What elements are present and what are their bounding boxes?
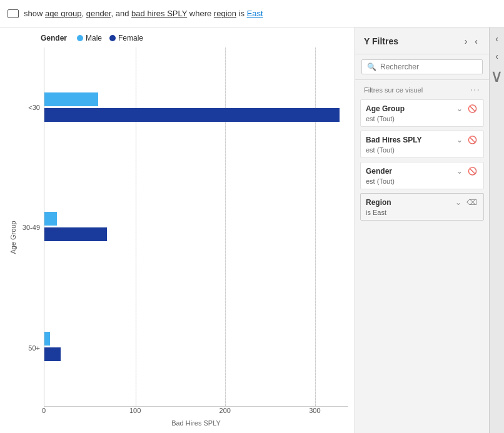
x-tick-labels: 0 100 200 300 <box>44 407 348 418</box>
filter-clear-gender[interactable]: 🚫 <box>466 166 478 176</box>
region-link[interactable]: region <box>214 9 236 18</box>
filters-nav: › ‹ <box>462 35 480 47</box>
filter-actions-gender: ⌄ 🚫 <box>455 166 478 176</box>
bar-female-3049 <box>44 227 107 241</box>
filters-panel: Y Filtres › ‹ 🔍 Filtres sur ce visuel ··… <box>355 27 489 433</box>
suffix-text: is <box>236 9 247 18</box>
filter-card-header-bad-hires: Bad Hires SPLY ⌄ 🚫 <box>366 135 478 145</box>
filters-header: Y Filtres › ‹ <box>355 27 489 54</box>
bar-male-3049 <box>44 212 57 226</box>
age-group-link[interactable]: age group <box>45 9 82 18</box>
chart-plot: 0 100 200 300 Bad Hires SPLY <box>44 47 348 427</box>
filter-sub-gender: est (Tout) <box>366 177 478 185</box>
bars-area <box>44 47 348 407</box>
sep2: , and <box>111 9 132 18</box>
legend-title: Gender <box>41 34 67 42</box>
filters-nav-forward[interactable]: › <box>462 35 470 47</box>
sidebar-v-icon: ∨ <box>490 67 503 85</box>
highlight-text: East <box>247 9 263 18</box>
speech-bubble-icon <box>8 9 19 18</box>
legend-item-male: Male <box>77 34 102 42</box>
top-bar-text: show age group, gender, and bad hires SP… <box>24 9 263 18</box>
filter-actions-region: ⌄ ⌫ <box>454 197 478 207</box>
sidebar-collapse-btn[interactable]: ‹ <box>491 32 503 45</box>
y-axis-label: Age Group <box>9 221 17 254</box>
bar-row-female-3049 <box>44 227 348 241</box>
filter-name-age-group: Age Group <box>366 104 405 113</box>
filter-card-age-group[interactable]: Age Group ⌄ 🚫 est (Tout) <box>360 99 484 127</box>
filter-card-header-region: Region ⌄ ⌫ <box>366 197 478 207</box>
filter-card-gender[interactable]: Gender ⌄ 🚫 est (Tout) <box>360 162 484 189</box>
x-tick-2: 200 <box>219 407 231 414</box>
y-axis-label-container: Age Group <box>6 47 20 427</box>
filter-name-gender: Gender <box>366 167 392 176</box>
filter-name-bad-hires: Bad Hires SPLY <box>366 136 422 144</box>
bar-groups <box>44 47 348 406</box>
chart-with-axes: Age Group <30 30-49 50+ <box>6 47 348 427</box>
filter-card-header-age-group: Age Group ⌄ 🚫 <box>366 104 478 114</box>
bar-male-under30 <box>44 92 98 106</box>
bar-group-3049 <box>44 167 348 286</box>
middle-text: where <box>187 9 214 18</box>
filter-name-region: Region <box>366 198 391 207</box>
x-tick-0: 0 <box>42 407 46 414</box>
male-label: Male <box>86 34 102 42</box>
search-box[interactable]: 🔍 <box>361 59 483 74</box>
filter-card-header-gender: Gender ⌄ 🚫 <box>366 166 478 176</box>
bar-row-female-50plus <box>44 347 348 361</box>
legend: Gender Male Female <box>6 34 348 42</box>
prefix-text: show <box>24 9 43 18</box>
filter-clear-region[interactable]: ⌫ <box>465 197 478 207</box>
search-input[interactable] <box>380 62 477 71</box>
right-sidebar: ‹ ‹ ∨ <box>489 27 504 433</box>
filter-actions-age-group: ⌄ 🚫 <box>455 104 478 114</box>
y-tick-0: <30 <box>28 104 40 111</box>
filter-clear-age-group[interactable]: 🚫 <box>466 104 478 114</box>
bar-male-50plus <box>44 332 50 346</box>
male-dot <box>77 35 83 41</box>
section-dots: ··· <box>470 85 480 95</box>
bar-group-50plus <box>44 287 348 406</box>
y-tick-1: 30-49 <box>23 224 40 231</box>
filter-sub-region: is East <box>366 209 478 216</box>
filters-search: 🔍 <box>355 54 489 80</box>
chart-area: Gender Male Female Age Group <30 30-49 5… <box>0 27 355 433</box>
female-label: Female <box>118 34 143 42</box>
x-axis-label: Bad Hires SPLY <box>44 419 348 427</box>
bar-group-under30 <box>44 47 348 167</box>
main-content: Gender Male Female Age Group <30 30-49 5… <box>0 27 504 433</box>
bar-row-male-under30 <box>44 92 348 106</box>
female-dot <box>109 35 116 41</box>
top-bar: show age group, gender, and bad hires SP… <box>0 0 504 27</box>
bar-row-male-50plus <box>44 332 348 346</box>
filter-card-region[interactable]: Region ⌄ ⌫ is East <box>360 193 484 221</box>
filter-expand-region[interactable]: ⌄ <box>454 197 463 207</box>
gender-link[interactable]: gender <box>86 9 111 18</box>
filter-card-bad-hires[interactable]: Bad Hires SPLY ⌄ 🚫 est (Tout) <box>360 131 484 158</box>
sep1: , <box>82 9 86 18</box>
x-tick-1: 100 <box>129 407 141 414</box>
filter-expand-bad-hires[interactable]: ⌄ <box>455 135 464 145</box>
y-tick-2: 50+ <box>28 344 40 352</box>
bar-row-female-under30 <box>44 108 348 122</box>
filter-clear-bad-hires[interactable]: 🚫 <box>466 135 478 145</box>
bar-row-male-3049 <box>44 212 348 226</box>
filter-expand-gender[interactable]: ⌄ <box>455 166 464 176</box>
search-icon: 🔍 <box>367 62 376 71</box>
filter-expand-age-group[interactable]: ⌄ <box>455 104 464 114</box>
bad-hires-link[interactable]: bad hires SPLY <box>131 9 187 18</box>
sidebar-back-btn[interactable]: ‹ <box>491 50 503 62</box>
y-tick-labels: <30 30-49 50+ <box>20 47 44 427</box>
filters-title: Y Filtres <box>364 36 398 46</box>
filters-section-label: Filtres sur ce visuel ··· <box>355 80 489 97</box>
section-label-text: Filtres sur ce visuel <box>364 86 423 94</box>
bar-female-under30 <box>44 108 340 122</box>
filter-sub-age-group: est (Tout) <box>366 115 478 122</box>
filters-nav-back[interactable]: ‹ <box>472 35 480 47</box>
legend-item-female: Female <box>109 34 143 42</box>
bar-female-50plus <box>44 347 61 361</box>
filter-actions-bad-hires: ⌄ 🚫 <box>455 135 478 145</box>
x-tick-3: 300 <box>309 407 320 414</box>
filter-sub-bad-hires: est (Tout) <box>366 146 478 154</box>
